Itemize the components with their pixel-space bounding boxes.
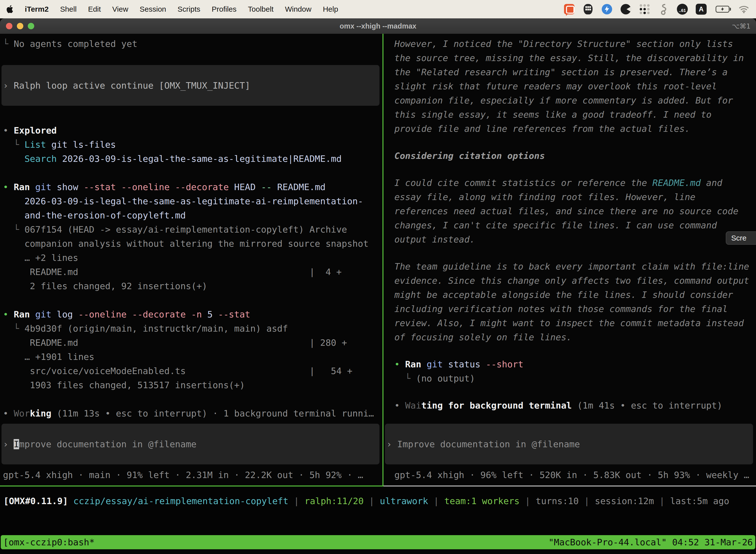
prompt-input[interactable]: › Improve documentation in @filename: [1, 424, 379, 464]
tmux-statusbar: [omx-cczip0:bash* "MacBook-Pro-44.local"…: [1, 535, 755, 549]
wifi-icon[interactable]: [738, 3, 750, 15]
ralph-loop-input[interactable]: › Ralph loop active continue [OMX_TMUX_I…: [1, 65, 379, 106]
tmux-session-label: [omx-cczip0:bash*: [3, 537, 94, 547]
terminal-line: changes, I can't cite specific file line…: [394, 218, 756, 232]
blank-line: [394, 246, 756, 259]
terminal-line: output instead.: [394, 232, 756, 246]
terminal-line: 2026-03-09-is-legal-the-same-as-legitima…: [3, 194, 382, 208]
terminal-line: slight risk that future readers may over…: [394, 79, 756, 93]
terminal-line: references need actual files, and since …: [394, 204, 756, 218]
terminal-line: └ (no output): [394, 371, 756, 385]
terminal-line: including verification notes with those …: [394, 302, 756, 316]
pane-left-content: └ No agents completed yet› Ralph loop ac…: [3, 37, 382, 421]
menu-item-session[interactable]: Session: [140, 5, 166, 13]
omx-status-line: [OMX#0.11.9] cczip/essay/ai-reimplementa…: [3, 494, 756, 508]
blank-line: [3, 51, 382, 65]
iterm-window: omx --xhigh --madmax ⌥⌘1 └ No agents com…: [0, 18, 756, 554]
blank-line: [3, 392, 382, 406]
terminal-line: evidence. Since this change only affects…: [394, 274, 756, 288]
menubar-status-icons: ..61 A: [564, 3, 750, 15]
thinking-heading: Considering citation options: [394, 149, 756, 163]
terminal-line: review. Also, I might want to inspect th…: [394, 316, 756, 330]
blank-line: [3, 166, 382, 180]
prompt-input-text: › Improve documentation in @filename: [3, 437, 196, 451]
percent-circle-icon[interactable]: ..61: [677, 3, 688, 15]
pane-right[interactable]: However, I noticed the "Directory Struct…: [383, 34, 756, 487]
hook-icon[interactable]: [658, 3, 669, 15]
terminal-line: src/voice/voiceModeEnabled.ts | 54 +: [3, 364, 382, 378]
dots-grid-icon[interactable]: [639, 3, 650, 15]
explored-list-line: └ List git ls-files: [3, 137, 382, 152]
explored-search-line: Search 2026-03-09-is-legal-the-same-as-l…: [3, 152, 382, 166]
terminal-line: essay file, along with finding root file…: [394, 190, 756, 204]
ran-git-show: • Ran git show --stat --oneline --decora…: [3, 180, 382, 194]
blank-line: [3, 293, 382, 307]
terminal-line: this single essay, it seems like a good …: [394, 107, 756, 122]
a-square-icon[interactable]: A: [695, 3, 707, 15]
blue-badge-icon[interactable]: [601, 3, 613, 15]
menu-item-window[interactable]: Window: [285, 5, 312, 13]
terminal-line: └ 4b9d30f (origin/main, instructkr/main,…: [3, 321, 382, 336]
prompt-input[interactable]: › Improve documentation in @filename: [385, 424, 753, 464]
a-badge-label: A: [696, 4, 707, 15]
shield-grid-icon[interactable]: [582, 3, 594, 15]
tmux-panes: └ No agents completed yet› Ralph loop ac…: [0, 34, 756, 487]
menu-item-profiles[interactable]: Profiles: [211, 5, 236, 13]
apple-icon[interactable]: [6, 5, 13, 13]
blank-line: [3, 109, 382, 123]
menu-item-scripts[interactable]: Scripts: [178, 5, 200, 13]
blank-line: [394, 136, 756, 149]
terminal-line: However, I noticed the "Directory Struct…: [394, 37, 756, 51]
menu-item-edit[interactable]: Edit: [88, 5, 101, 13]
screen-share-overlay-label: Scre: [731, 234, 747, 242]
terminal-line: I could cite commit statistics or refere…: [394, 176, 756, 190]
waiting-status: • Waiting for background terminal (1m 41…: [394, 398, 756, 412]
model-status: gpt-5.4 xhigh · 96% left · 520K in · 5.8…: [394, 468, 756, 482]
battery-icon[interactable]: [714, 3, 731, 15]
terminal-line: provide file and line references from th…: [394, 122, 756, 136]
menu-item-help[interactable]: Help: [323, 5, 338, 13]
terminal-line: 2 files changed, 92 insertions(+): [3, 279, 382, 293]
window-title: omx --xhigh --madmax: [0, 22, 756, 30]
terminal-line: README.md | 280 +: [3, 336, 382, 350]
omx-status-strip: [OMX#0.11.9] cczip/essay/ai-reimplementa…: [0, 487, 756, 535]
working-status: • Working (11m 13s • esc to interrupt) ·…: [3, 406, 382, 421]
terminal-line: of focusing solely on file lines.: [394, 330, 756, 344]
ran-git-log: • Ran git log --oneline --decorate -n 5 …: [3, 307, 382, 321]
model-status: gpt-5.4 xhigh · main · 91% left · 2.31M …: [3, 468, 382, 482]
terminal-line: └ 067f154 (HEAD -> essay/ai-reimplementa…: [3, 222, 382, 236]
blank-line: [394, 385, 756, 398]
macos-menubar: iTerm2ShellEditViewSessionScriptsProfile…: [0, 0, 756, 18]
terminal-line: companion analysis without altering the …: [3, 236, 382, 251]
terminal-line: the "Related research writing" section i…: [394, 65, 756, 79]
ran-git-status: • Ran git status --short: [394, 357, 756, 371]
blank-line: [394, 344, 756, 357]
prompt-input-text: › Improve documentation in @filename: [386, 437, 580, 451]
terminal-line: The team guideline is to back every impo…: [394, 259, 756, 274]
terminal-line: … +1901 lines: [3, 350, 382, 364]
pane-left[interactable]: └ No agents completed yet› Ralph loop ac…: [0, 34, 382, 487]
terminal-line: might be acceptable alongside the file l…: [394, 288, 756, 302]
pie-circle-icon[interactable]: [620, 3, 631, 15]
menu-item-shell[interactable]: Shell: [60, 5, 77, 13]
pane-right-bottom: › Improve documentation in @filenamegpt-…: [394, 424, 756, 482]
terminal-line: README.md | 4 +: [3, 265, 382, 279]
explored-header: • Explored: [3, 123, 382, 137]
prompt-input-text: › Ralph loop active continue [OMX_TMUX_I…: [3, 78, 250, 93]
window-titlebar[interactable]: omx --xhigh --madmax ⌥⌘1: [0, 18, 756, 34]
terminal-line: 1903 files changed, 513517 insertions(+): [3, 378, 382, 392]
agents-status-line: └ No agents completed yet: [3, 37, 382, 51]
terminal-line: and-the-erosion-of-copyleft.md: [3, 208, 382, 222]
menu-item-toolbelt[interactable]: Toolbelt: [248, 5, 273, 13]
orange-chat-icon[interactable]: [564, 3, 575, 15]
terminal-line: companion file, especially if more comme…: [394, 93, 756, 107]
menu-item-iterm2[interactable]: iTerm2: [25, 5, 49, 13]
menu-item-view[interactable]: View: [112, 5, 128, 13]
percent-badge-label: ..61: [677, 4, 688, 15]
screen-share-overlay-button[interactable]: Scre: [726, 231, 756, 245]
blank-line: [394, 163, 756, 176]
pane-right-content: However, I noticed the "Directory Struct…: [394, 37, 756, 412]
terminal-line: … +2 lines: [3, 251, 382, 265]
window-shortcut-badge: ⌥⌘1: [732, 22, 756, 30]
terminal-line: the source tree, missing the essay. Stil…: [394, 51, 756, 65]
